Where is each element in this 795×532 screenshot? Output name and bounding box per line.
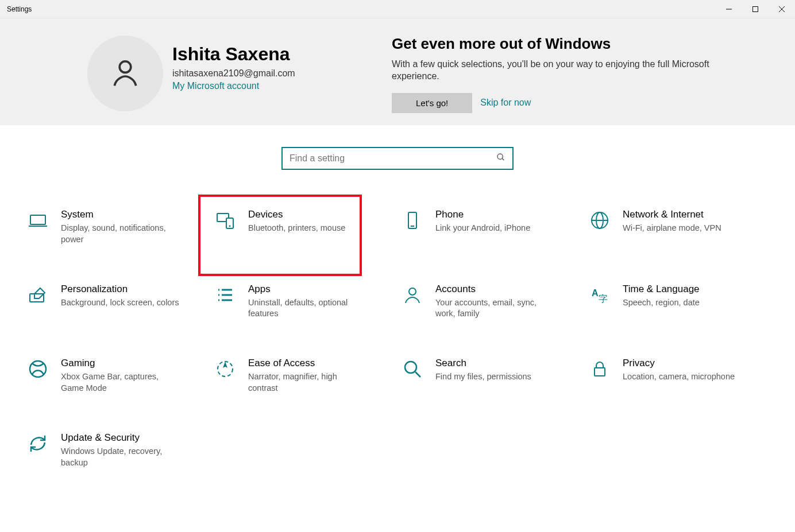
tile-sub: Your accounts, email, sync, work, family [435,297,556,320]
user-block: Ishita Saxena ishitasaxena2109@gmail.com… [0,36,392,125]
pen-icon [26,284,49,306]
user-email: ishitasaxena2109@gmail.com [172,68,295,79]
tile-title: Network & Internet [623,209,721,220]
user-text: Ishita Saxena ishitasaxena2109@gmail.com… [163,36,295,91]
avatar[interactable] [87,36,163,111]
tile-title: Phone [435,209,530,220]
tile-text: Phone Link your Android, iPhone [435,209,530,234]
category-ease[interactable]: Ease of Access Narrator, magnifier, high… [214,355,401,397]
window-title: Settings [0,5,32,13]
xbox-icon [26,358,49,380]
tile-sub: Location, camera, microphone [623,371,735,383]
category-apps[interactable]: Apps Uninstall, defaults, optional featu… [214,281,401,323]
svg-point-5 [497,154,503,159]
category-privacy[interactable]: Privacy Location, camera, microphone [588,355,775,397]
svg-rect-1 [753,6,758,11]
tile-sub: Link your Android, iPhone [435,223,530,234]
tile-text: Network & Internet Wi-Fi, airplane mode,… [623,209,721,234]
header-area: Ishita Saxena ishitasaxena2109@gmail.com… [0,18,795,125]
promo-block: Get even more out of Windows With a few … [392,36,731,125]
tile-title: Time & Language [623,284,700,295]
window-controls [716,0,795,18]
tile-sub: Uninstall, defaults, optional features [248,297,369,320]
close-button[interactable] [769,0,795,18]
search-input[interactable] [290,153,496,164]
tile-text: Gaming Xbox Game Bar, captures, Game Mod… [61,358,182,394]
maximize-button[interactable] [742,0,769,18]
tile-title: Search [435,358,531,369]
tile-text: Personalization Background, lock screen,… [61,284,179,309]
person-icon [109,56,141,91]
promo-title: Get even more out of Windows [392,36,731,52]
tile-title: Apps [248,284,369,295]
tile-title: Privacy [623,358,735,369]
tile-text: Apps Uninstall, defaults, optional featu… [248,284,369,320]
tile-text: Ease of Access Narrator, magnifier, high… [248,358,369,394]
sync-icon [26,432,49,455]
tile-sub: Find my files, permissions [435,371,531,383]
category-accounts[interactable]: Accounts Your accounts, email, sync, wor… [401,281,588,323]
tile-sub: Bluetooth, printers, mouse [248,223,345,234]
tile-text: Update & Security Windows Update, recove… [61,432,182,469]
globe-icon [588,209,611,232]
laptop-icon [26,209,49,232]
tile-sub: Display, sound, notifications, power [61,223,182,245]
tile-title: Update & Security [61,432,182,444]
tile-title: Devices [248,209,345,220]
category-update[interactable]: Update & Security Windows Update, recove… [26,430,214,471]
lang-icon [588,284,611,306]
tile-text: System Display, sound, notifications, po… [61,209,182,246]
search-icon [496,153,505,164]
search-box[interactable] [281,147,514,170]
tile-title: Gaming [61,358,182,369]
category-gaming[interactable]: Gaming Xbox Game Bar, captures, Game Mod… [26,355,214,397]
category-phone[interactable]: Phone Link your Android, iPhone [401,207,588,248]
minimize-button[interactable] [716,0,742,18]
category-system[interactable]: System Display, sound, notifications, po… [26,207,214,248]
category-search[interactable]: Search Find my files, permissions [401,355,588,397]
promo-actions: Let's go! Skip for now [392,93,731,113]
tile-title: Ease of Access [248,358,369,369]
tile-text: Devices Bluetooth, printers, mouse [248,209,345,234]
tile-text: Search Find my files, permissions [435,358,531,383]
category-network[interactable]: Network & Internet Wi-Fi, airplane mode,… [588,207,775,248]
category-personalization[interactable]: Personalization Background, lock screen,… [26,281,214,323]
list-icon [214,284,237,306]
category-devices[interactable]: Devices Bluetooth, printers, mouse [214,207,401,248]
tile-text: Time & Language Speech, region, date [623,284,700,309]
tile-sub: Xbox Game Bar, captures, Game Mode [61,371,182,394]
category-timelang[interactable]: Time & Language Speech, region, date [588,281,775,323]
lock-icon [588,358,611,380]
devices-icon [214,209,237,232]
svg-point-4 [119,61,131,73]
tile-title: Accounts [435,284,556,295]
tile-sub: Wi-Fi, airplane mode, VPN [623,223,721,234]
user-name: Ishita Saxena [172,44,295,65]
svg-line-6 [502,158,504,160]
skip-for-now-link[interactable]: Skip for now [480,98,531,108]
tile-sub: Background, lock screen, colors [61,297,179,309]
phone-icon [401,209,424,232]
tile-sub: Windows Update, recovery, backup [61,446,182,468]
titlebar: Settings [0,0,795,18]
categories-grid: System Display, sound, notifications, po… [0,170,795,471]
tile-sub: Speech, region, date [623,297,700,309]
lets-go-button[interactable]: Let's go! [392,93,472,113]
ease-icon [214,358,237,380]
search-row [0,125,795,170]
tile-title: Personalization [61,284,179,295]
searchbig-icon [401,358,424,380]
tile-text: Privacy Location, camera, microphone [623,358,735,383]
tile-sub: Narrator, magnifier, high contrast [248,371,369,394]
tile-text: Accounts Your accounts, email, sync, wor… [435,284,556,320]
tile-title: System [61,209,182,220]
promo-desc: With a few quick selections, you'll be o… [392,58,731,83]
person-icon [401,284,424,306]
my-microsoft-account-link[interactable]: My Microsoft account [172,81,295,91]
